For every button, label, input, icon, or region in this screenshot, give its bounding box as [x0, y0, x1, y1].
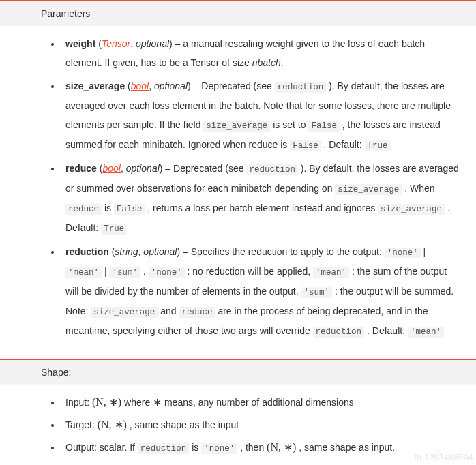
- code-literal: 'sum': [109, 267, 140, 278]
- optional-label: optional: [154, 80, 188, 91]
- code-literal: False: [114, 204, 145, 215]
- param-name: reduce: [65, 163, 97, 174]
- code-literal: 'none': [201, 443, 237, 454]
- parameters-title: Parameters: [41, 8, 90, 19]
- shape-output: Output: scalar. If reduction is 'none' ,…: [61, 438, 462, 456]
- math-star: ∗: [153, 396, 162, 408]
- optional-label: optional: [126, 163, 160, 174]
- code-literal: reduction: [275, 82, 327, 93]
- math-n-star: (N, ∗): [267, 441, 296, 453]
- shape-list: Input: (N, ∗) where ∗ means, any number …: [41, 393, 462, 457]
- optional-label: optional: [143, 246, 177, 257]
- code-literal: 'mean': [313, 267, 349, 278]
- code-literal: False: [290, 140, 321, 151]
- shape-header: Shape:: [0, 359, 476, 385]
- code-literal: 'none': [385, 247, 421, 258]
- math-n-star: (N, ∗): [92, 396, 121, 408]
- bool-type-link[interactable]: bool: [131, 80, 149, 91]
- code-literal: reduce: [65, 204, 102, 215]
- tensor-type-link[interactable]: Tensor: [102, 38, 130, 49]
- code-literal: 'mean': [65, 267, 102, 278]
- param-reduction: reduction (string, optional) – Specifies…: [61, 242, 462, 341]
- parameters-header: Parameters: [0, 0, 476, 26]
- shape-title: Shape:: [41, 367, 71, 378]
- nbatch-text: nbatch: [252, 57, 281, 68]
- code-literal: reduction: [246, 164, 298, 175]
- code-literal: 'mean': [408, 327, 444, 338]
- code-literal: size_average: [91, 307, 158, 318]
- code-literal: 'sum': [301, 287, 333, 298]
- code-literal: False: [308, 121, 340, 132]
- code-literal: 'none': [149, 267, 185, 278]
- param-reduce: reduce (bool, optional) – Deprecated (se…: [61, 159, 462, 238]
- code-literal: size_average: [203, 121, 270, 132]
- param-weight: weight (Tensor, optional) – a manual res…: [61, 34, 462, 72]
- optional-label: optional: [136, 38, 169, 49]
- bool-type-link[interactable]: bool: [102, 163, 120, 174]
- code-literal: reduction: [138, 443, 190, 454]
- param-size-average: size_average (bool, optional) – Deprecat…: [61, 76, 462, 155]
- shape-input: Input: (N, ∗) where ∗ means, any number …: [61, 393, 462, 411]
- math-n-star: (N, ∗): [98, 419, 127, 430]
- code-literal: True: [101, 224, 127, 235]
- param-name: size_average: [65, 80, 125, 91]
- param-name: reduction: [65, 246, 109, 257]
- code-literal: reduce: [179, 307, 215, 318]
- shape-target: Target: (N, ∗) , same shape as the input: [61, 415, 462, 434]
- shape-content: Input: (N, ∗) where ∗ means, any number …: [0, 385, 476, 465]
- code-literal: size_average: [378, 204, 445, 215]
- string-type: string: [115, 246, 138, 257]
- code-literal: size_average: [335, 184, 402, 195]
- parameters-list: weight (Tensor, optional) – a manual res…: [41, 34, 462, 341]
- parameters-content: weight (Tensor, optional) – a manual res…: [0, 26, 476, 359]
- param-name: weight: [65, 38, 95, 49]
- code-literal: reduction: [313, 327, 365, 338]
- code-literal: True: [365, 140, 391, 151]
